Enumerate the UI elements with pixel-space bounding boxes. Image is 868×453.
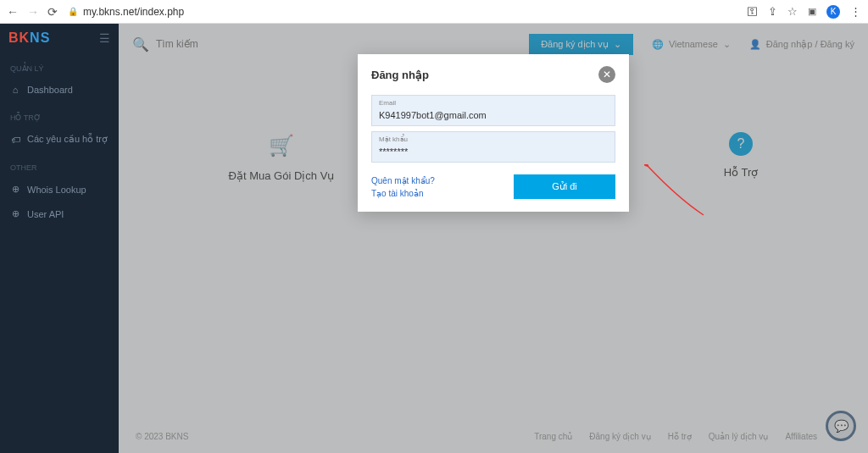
- lock-icon: 🔒: [68, 7, 78, 16]
- logo[interactable]: BKNS: [8, 30, 50, 46]
- browser-extensions: ⚿ ⇪ ☆ ▣ K ⋮: [747, 5, 861, 19]
- tag-icon: 🏷: [10, 135, 20, 145]
- login-modal: Đăng nhập ✕ Email Mật khẩu Quên mật khẩu…: [358, 54, 629, 212]
- sidebar-item-userapi[interactable]: ⊕ User API: [0, 202, 119, 226]
- password-label: Mật khẩu: [379, 135, 608, 143]
- create-account-link[interactable]: Tạo tài khoản: [371, 187, 435, 200]
- url-bar[interactable]: 🔒 my.bkns.net/index.php: [68, 6, 737, 18]
- forgot-password-link[interactable]: Quên mật khẩu?: [371, 174, 435, 187]
- password-input[interactable]: [379, 146, 608, 157]
- extensions-icon[interactable]: ▣: [808, 6, 816, 17]
- link-icon: ⊕: [10, 184, 20, 195]
- password-field-wrapper[interactable]: Mật khẩu: [371, 131, 615, 163]
- browser-nav: ← → ⟳: [7, 5, 58, 19]
- reload-icon[interactable]: ⟳: [47, 5, 58, 19]
- email-label: Email: [379, 99, 608, 107]
- main-content: 🔍 Đăng ký dịch vụ ⌄ 🌐 Vietnamese ⌄ 👤 Đăn…: [119, 24, 868, 453]
- nav-section-title-support: HỖ TRỢ: [0, 108, 119, 127]
- sidebar-item-label: Whois Lookup: [27, 185, 86, 195]
- browser-bar: ← → ⟳ 🔒 my.bkns.net/index.php ⚿ ⇪ ☆ ▣ K …: [0, 0, 868, 24]
- close-icon[interactable]: ✕: [598, 66, 615, 83]
- sidebar: BKNS ☰ QUẢN LÝ ⌂ Dashboard HỖ TRỢ 🏷 Các …: [0, 24, 119, 453]
- share-icon[interactable]: ⇪: [768, 5, 777, 18]
- star-icon[interactable]: ☆: [787, 5, 798, 18]
- url-text: my.bkns.net/index.php: [83, 6, 184, 18]
- email-input[interactable]: [379, 110, 608, 120]
- sidebar-item-support-requests[interactable]: 🏷 Các yêu cầu hỗ trợ: [0, 127, 119, 152]
- sidebar-item-label: Dashboard: [27, 85, 73, 95]
- submit-button[interactable]: Gửi đi: [514, 174, 615, 199]
- forward-icon[interactable]: →: [27, 5, 39, 19]
- back-icon[interactable]: ←: [7, 5, 19, 19]
- hamburger-icon[interactable]: ☰: [99, 31, 110, 45]
- home-icon: ⌂: [10, 85, 20, 95]
- sidebar-item-label: Các yêu cầu hỗ trợ: [27, 134, 108, 145]
- link-icon: ⊕: [10, 208, 20, 219]
- sidebar-item-dashboard[interactable]: ⌂ Dashboard: [0, 78, 119, 102]
- menu-icon[interactable]: ⋮: [850, 5, 861, 18]
- modal-title: Đăng nhập: [371, 69, 429, 81]
- email-field-wrapper[interactable]: Email: [371, 95, 615, 126]
- nav-section-title-other: OTHER: [0, 158, 119, 177]
- sidebar-item-whois[interactable]: ⊕ Whois Lookup: [0, 177, 119, 202]
- sidebar-item-label: User API: [27, 209, 64, 219]
- nav-section-title-manage: QUẢN LÝ: [0, 59, 119, 78]
- key-icon[interactable]: ⚿: [747, 5, 758, 18]
- profile-avatar[interactable]: K: [826, 5, 840, 19]
